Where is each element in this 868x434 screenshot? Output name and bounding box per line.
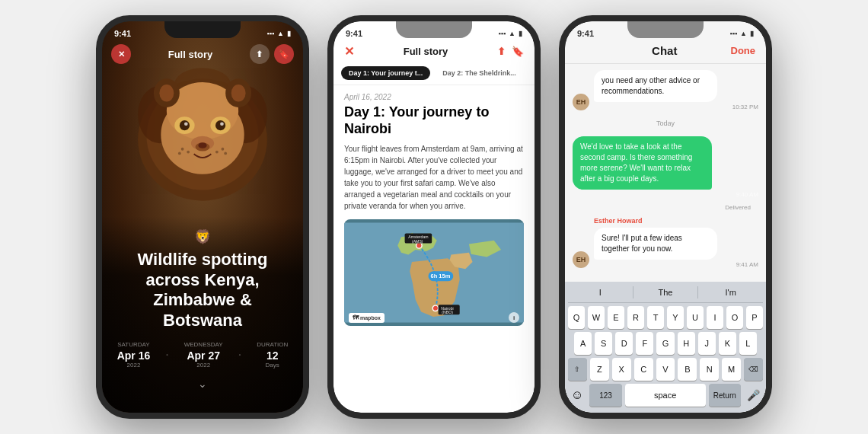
wifi-icon: ▲ [277, 30, 284, 37]
end-year: 2022 [184, 362, 223, 369]
suggest-1[interactable]: I [568, 286, 633, 298]
bookmark-button-2[interactable]: 🔖 [512, 46, 524, 57]
key-x[interactable]: X [612, 358, 631, 381]
key-space[interactable]: space [625, 384, 706, 407]
notch-1 [164, 21, 241, 38]
keyboard: I The I'm Q W E R T Y U I O P [565, 282, 766, 413]
key-q[interactable]: Q [568, 306, 585, 329]
share-button-2[interactable]: ⬆ [497, 46, 506, 57]
signal-icon: ▪▪▪ [267, 30, 275, 37]
map-svg: 6h 15m Amsterdam (AMS) Nairobi (NBO) [344, 219, 524, 326]
nav-icons-1: ⬆ 🔖 [250, 44, 294, 64]
key-h[interactable]: H [678, 332, 695, 355]
key-i[interactable]: I [707, 306, 723, 329]
done-button[interactable]: Done [731, 45, 756, 56]
key-shift[interactable]: ⇧ [568, 358, 587, 381]
avatar-1: EH [573, 94, 589, 110]
key-n[interactable]: N [700, 358, 719, 381]
key-p[interactable]: P [746, 306, 763, 329]
time-msg-3: 9:41 AM [594, 261, 758, 268]
wifi-icon-3: ▲ [740, 30, 747, 37]
key-backspace[interactable]: ⌫ [744, 358, 763, 381]
story-title: Wildlife spotting across Kenya, Zimbabwe… [114, 250, 291, 330]
time-2: 9:41 [346, 29, 362, 38]
key-j[interactable]: J [698, 332, 716, 355]
svg-point-16 [181, 148, 184, 151]
message-row-1: EH you need any other advice or recommen… [573, 70, 758, 110]
key-k[interactable]: K [719, 332, 736, 355]
svg-text:6h 15m: 6h 15m [431, 273, 451, 280]
message-row-2: We'd love to take a look at the second c… [573, 136, 758, 198]
phone1-content: 🦁 Wildlife spotting across Kenya, Zimbab… [102, 216, 303, 413]
keyboard-row-1: Q W E R T Y U I O P [568, 306, 763, 329]
svg-point-21 [224, 152, 227, 155]
key-d[interactable]: D [615, 332, 633, 355]
duration-label: Duration [257, 341, 288, 348]
bubble-2: We'd love to take a look at the second c… [573, 136, 712, 190]
message-row-3: EH Sure! I'll put a few ideas together f… [573, 228, 758, 268]
phone-1-screen: 9:41 ▪▪▪ ▲ ▮ ✕ Full story ⬆ 🔖 [102, 21, 303, 413]
key-b[interactable]: B [678, 358, 697, 381]
tab-day1[interactable]: Day 1: Your journey t... [341, 66, 430, 80]
svg-point-9 [180, 120, 190, 130]
svg-point-12 [220, 122, 224, 126]
tab-day3[interactable]: Day ... [528, 66, 535, 80]
key-r[interactable]: R [627, 306, 644, 329]
key-g[interactable]: G [656, 332, 674, 355]
bubble-1: you need any other advice or recommendat… [594, 70, 717, 102]
key-a[interactable]: A [574, 332, 592, 355]
phone2-nav: ✕ Full story ⬆ 🔖 [333, 43, 535, 63]
microphone-icon[interactable]: 🎤 [747, 389, 760, 401]
key-w[interactable]: W [588, 306, 605, 329]
svg-point-20 [215, 151, 219, 154]
end-label: Wednesday [184, 341, 223, 348]
key-return[interactable]: Return [709, 384, 741, 407]
avatar-2: EH [573, 251, 589, 268]
map-container: 6h 15m Amsterdam (AMS) Nairobi (NBO) 🗺 [344, 219, 524, 326]
notch-2 [396, 21, 472, 38]
close-button-1[interactable]: ✕ [111, 44, 131, 64]
phone-3: 9:41 ▪▪▪ ▲ ▮ Chat Done EH [559, 15, 772, 419]
key-e[interactable]: E [608, 306, 624, 329]
battery-icon-3: ▮ [750, 30, 754, 37]
key-t[interactable]: T [647, 306, 664, 329]
key-o[interactable]: O [726, 306, 743, 329]
key-s[interactable]: S [595, 332, 612, 355]
svg-point-15 [198, 142, 206, 148]
notch-3 [627, 21, 704, 38]
status-icons-2: ▪▪▪ ▲ ▮ [499, 30, 523, 37]
phone-2-screen: 9:41 ▪▪▪ ▲ ▮ ✕ Full story ⬆ 🔖 [333, 21, 535, 413]
key-v[interactable]: V [656, 358, 675, 381]
delivered-status: Delivered [573, 204, 758, 211]
emoji-button[interactable]: ☺ [571, 388, 583, 402]
key-l[interactable]: L [739, 332, 757, 355]
share-button-1[interactable]: ⬆ [250, 44, 270, 64]
message-bubble-1: you need any other advice or recommendat… [594, 70, 758, 110]
svg-point-10 [215, 120, 225, 130]
key-m[interactable]: M [722, 358, 741, 381]
keyboard-row-3: ⇧ Z X C V B N M ⌫ [568, 358, 763, 381]
close-button-2[interactable]: ✕ [344, 44, 354, 59]
time-1: 9:41 [114, 29, 131, 38]
suggest-3[interactable]: I'm [698, 286, 763, 298]
key-f[interactable]: F [636, 332, 653, 355]
key-u[interactable]: U [687, 306, 704, 329]
key-y[interactable]: Y [667, 306, 684, 329]
svg-text:(AMS): (AMS) [412, 239, 423, 244]
key-z[interactable]: Z [590, 358, 609, 381]
start-date: Apr 16 [117, 349, 151, 362]
bookmark-button-1[interactable]: 🔖 [274, 44, 294, 64]
article-body: Your flight leaves from Amsterdam at 9am… [344, 143, 524, 212]
phone-3-screen: 9:41 ▪▪▪ ▲ ▮ Chat Done EH [565, 21, 766, 413]
status-icons-3: ▪▪▪ ▲ ▮ [730, 30, 755, 37]
message-bubble-3: Sure! I'll put a few ideas together for … [594, 228, 758, 268]
phone2-title: Full story [404, 46, 448, 57]
svg-point-25 [231, 85, 246, 102]
key-c[interactable]: C [634, 358, 653, 381]
svg-point-27 [416, 243, 422, 248]
key-123[interactable]: 123 [589, 384, 621, 407]
article-title: Day 1: Your journey to Nairobi [344, 104, 524, 137]
tab-day2[interactable]: Day 2: The Sheldrink... [435, 66, 524, 80]
suggest-2[interactable]: The [633, 286, 699, 298]
sender-name-esther: Esther Howard [573, 217, 758, 225]
